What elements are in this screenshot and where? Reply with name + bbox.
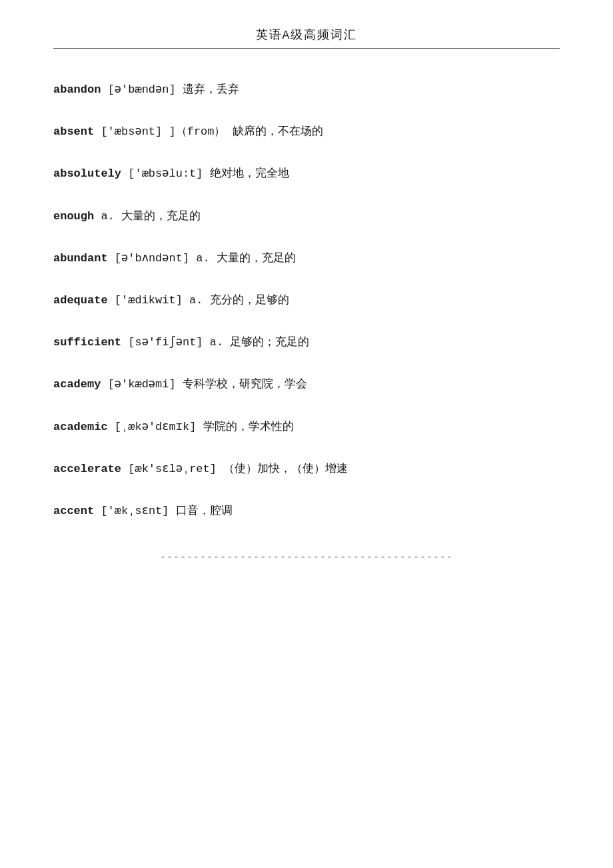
list-item: adequate ['ædikwit] a. 充分的，足够的 xyxy=(53,279,560,321)
definition: 口音，腔调 xyxy=(176,505,233,517)
definition: 缺席的，不在场的 xyxy=(233,125,323,138)
list-item: absolutely ['æbsəlu:t] 绝对地，完全地 xyxy=(53,153,560,195)
title-divider xyxy=(53,48,560,49)
definition: a. 充分的，足够的 xyxy=(189,294,289,307)
word: abandon xyxy=(53,83,101,96)
word: academic xyxy=(53,421,108,433)
list-item: abandon [ə'bændən] 遗弃，丢弃 xyxy=(53,69,560,111)
list-item: accent ['ækˌsɛnt] 口音，腔调 xyxy=(53,490,560,532)
phonetic: [ˌækə'dɛmɪk] xyxy=(115,421,197,433)
list-item: absent ['æbsənt] ]（from） 缺席的，不在场的 xyxy=(53,111,560,153)
definition: 学院的，学术性的 xyxy=(203,421,294,433)
word: absent xyxy=(53,125,94,138)
page-title-container: 英语A级高频词汇 xyxy=(53,27,560,43)
vocab-list: abandon [ə'bændən] 遗弃，丢弃absent ['æbsənt]… xyxy=(53,69,560,532)
phonetic: [ə'bændən] xyxy=(108,83,176,96)
list-item: sufficient [sə'fiʃənt] a. 足够的；充足的 xyxy=(53,321,560,363)
definition: a. 足够的；充足的 xyxy=(210,336,310,349)
list-item: academic [ˌækə'dɛmɪk] 学院的，学术性的 xyxy=(53,406,560,448)
phonetic: [sə'fiʃənt] xyxy=(128,336,203,349)
definition: a. 大量的，充足的 xyxy=(196,252,296,265)
word: accelerate xyxy=(53,463,121,475)
phonetic: a. xyxy=(101,210,114,223)
page-title: 英语A级高频词汇 xyxy=(53,27,560,43)
phonetic: ['æbsəlu:t] xyxy=(128,167,203,180)
definition: 专科学校，研究院，学会 xyxy=(183,378,307,391)
list-item: abundant [ə'bʌndənt] a. 大量的，充足的 xyxy=(53,237,560,279)
word: sufficient xyxy=(53,336,121,349)
phonetic: [ə'kædəmi] xyxy=(108,378,176,391)
phonetic: ['ækˌsɛnt] xyxy=(101,505,169,517)
word: adequate xyxy=(53,294,108,307)
definition: （使）加快，（使）增速 xyxy=(223,463,348,475)
word: absolutely xyxy=(53,167,121,180)
list-item: enough a. 大量的，充足的 xyxy=(53,195,560,237)
phonetic: ['ædikwit] xyxy=(115,294,183,307)
list-item: accelerate [æk'sɛləˌret] （使）加快，（使）增速 xyxy=(53,448,560,490)
definition: 大量的，充足的 xyxy=(121,210,201,223)
phonetic: ['æbsənt] ]（from） xyxy=(101,125,225,138)
word: enough xyxy=(53,210,94,223)
phonetic: [æk'sɛləˌret] xyxy=(128,463,217,475)
definition: 遗弃，丢弃 xyxy=(183,83,239,96)
list-item: academy [ə'kædəmi] 专科学校，研究院，学会 xyxy=(53,363,560,405)
word: accent xyxy=(53,505,94,517)
definition: 绝对地，完全地 xyxy=(210,167,289,180)
word: academy xyxy=(53,378,101,391)
word: abundant xyxy=(53,252,108,265)
footer-divider: ----------------------------------------… xyxy=(53,552,560,563)
phonetic: [ə'bʌndənt] xyxy=(115,252,189,265)
